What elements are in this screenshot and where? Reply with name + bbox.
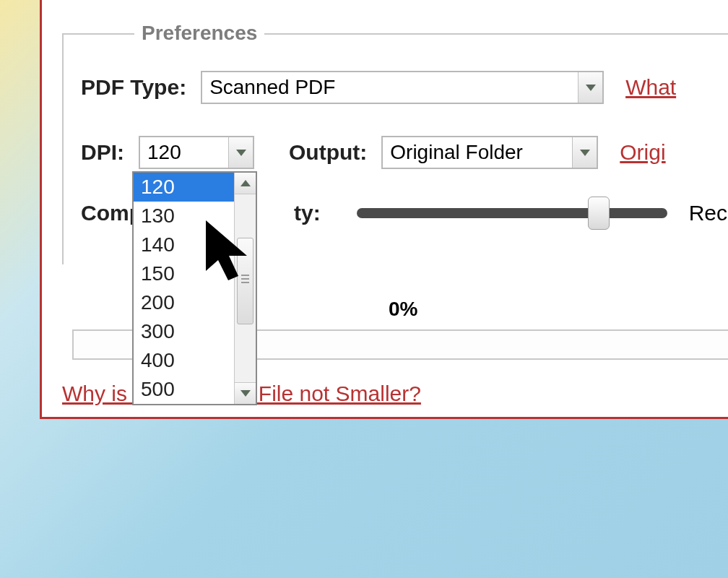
- dpi-select[interactable]: 120: [139, 136, 254, 169]
- output-dropdown-button[interactable]: [572, 137, 597, 168]
- output-help-link[interactable]: Origi: [620, 140, 665, 165]
- chevron-down-icon: [240, 390, 251, 397]
- pdf-type-value: Scanned PDF: [209, 76, 578, 99]
- output-select[interactable]: Original Folder: [381, 136, 598, 169]
- dpi-label: DPI:: [81, 140, 124, 165]
- pdf-type-label: PDF Type:: [81, 75, 186, 100]
- bottom-link-prefix: Why is: [62, 381, 127, 405]
- progress-label: 0%: [389, 298, 417, 321]
- dpi-value: 120: [147, 141, 228, 164]
- chevron-down-icon: [236, 150, 246, 156]
- scroll-down-button[interactable]: [235, 382, 256, 404]
- scroll-up-button[interactable]: [235, 173, 256, 194]
- pdf-type-select[interactable]: Scanned PDF: [201, 71, 604, 104]
- dpi-dropdown-button[interactable]: [228, 137, 253, 168]
- quality-slider-thumb[interactable]: [588, 197, 610, 230]
- preferences-window: Preferences PDF Type: Scanned PDF What D…: [40, 0, 728, 419]
- pdf-type-row: PDF Type: Scanned PDF What: [81, 71, 676, 104]
- quality-label-suffix: ty:: [294, 201, 321, 225]
- quality-side-label: Recon: [689, 201, 728, 225]
- quality-slider[interactable]: [357, 208, 667, 218]
- preferences-legend: Preferences: [134, 22, 264, 45]
- pdf-type-dropdown-button[interactable]: [578, 72, 602, 103]
- chevron-down-icon: [580, 150, 590, 156]
- dpi-output-row: DPI: 120 Output: Original Folder Origi: [81, 136, 666, 169]
- pdf-type-help-link[interactable]: What: [625, 75, 676, 100]
- chevron-up-icon: [240, 180, 251, 186]
- chevron-down-icon: [586, 85, 596, 91]
- output-label: Output:: [289, 140, 367, 165]
- svg-marker-1: [208, 225, 241, 276]
- output-value: Original Folder: [390, 141, 572, 164]
- mouse-cursor-icon: [202, 217, 260, 289]
